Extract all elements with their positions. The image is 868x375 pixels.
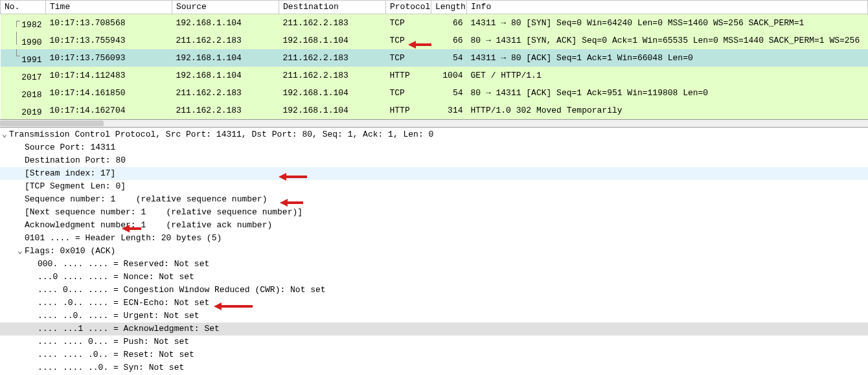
flag-syn-text: .... .... ..0. = Syn: Not set	[38, 361, 184, 374]
cell-time: 10:17:14.112483	[46, 67, 172, 84]
cell-no: 1982	[1, 14, 46, 32]
stream-glyph-icon	[12, 102, 21, 115]
dst-port-text: Destination Port: 80	[25, 154, 126, 167]
flag-nonce-text: ...0 .... .... = Nonce: Not set	[38, 271, 194, 284]
col-time[interactable]: Time	[46, 1, 172, 14]
packet-row[interactable]: 201810:17:14.161850211.162.2.183192.168.…	[1, 84, 868, 102]
cell-dst: 192.168.1.104	[279, 102, 386, 119]
cell-time: 10:17:13.756093	[46, 49, 172, 67]
app-window: No. Time Source Destination Protocol Len…	[0, 0, 868, 375]
pkt-no: 1982	[21, 20, 41, 30]
flag-cwr-text: .... 0... .... = Congestion Window Reduc…	[38, 284, 326, 297]
flags-text: Flags: 0x010 (ACK)	[25, 245, 115, 258]
flag-ecn-row[interactable]: .... .0.. .... = ECN-Echo: Not set	[0, 297, 868, 310]
stream-glyph-icon	[12, 14, 21, 27]
col-source[interactable]: Source	[172, 1, 279, 14]
flag-rst-row[interactable]: .... .... .0.. = Reset: Not set	[0, 348, 868, 361]
seg-len-text: [TCP Segment Len: 0]	[25, 180, 126, 193]
hdr-len-row[interactable]: 0101 .... = Header Length: 20 bytes (5)	[0, 232, 868, 245]
src-port-row[interactable]: Source Port: 14311	[0, 141, 868, 154]
flag-reserved-row[interactable]: 000. .... .... = Reserved: Not set	[0, 258, 868, 271]
cell-no: 1991	[1, 49, 46, 67]
seq-num-row[interactable]: Sequence number: 1 (relative sequence nu…	[0, 193, 868, 206]
stream-glyph-icon	[12, 84, 21, 97]
cell-time: 10:17:14.162704	[46, 102, 172, 119]
flag-ecn-text: .... .0.. .... = ECN-Echo: Not set	[38, 297, 209, 310]
cell-proto: TCP	[386, 84, 431, 102]
cell-len: 66	[431, 32, 467, 49]
packet-row[interactable]: 199110:17:13.756093192.168.1.104211.162.…	[1, 49, 868, 67]
cell-info: HTTP/1.0 302 Moved Temporarily	[467, 102, 868, 119]
cell-len: 66	[431, 14, 467, 32]
cell-src: 192.168.1.104	[172, 67, 279, 84]
flag-nonce-row[interactable]: ...0 .... .... = Nonce: Not set	[0, 271, 868, 284]
col-length[interactable]: Length	[431, 1, 467, 14]
cell-proto: TCP	[386, 49, 431, 67]
packet-row[interactable]: 199010:17:13.755943211.162.2.183192.168.…	[1, 32, 868, 49]
cell-len: 54	[431, 49, 467, 67]
tcp-header-text: Transmission Control Protocol, Src Port:…	[9, 128, 433, 141]
flag-urg-row[interactable]: .... ..0. .... = Urgent: Not set	[0, 310, 868, 323]
stream-glyph-icon	[12, 32, 21, 45]
col-info[interactable]: Info	[467, 1, 868, 14]
cell-no: 2019	[1, 102, 46, 119]
cell-dst: 192.168.1.104	[279, 32, 386, 49]
stream-glyph-icon	[12, 49, 21, 62]
packet-list-table: No. Time Source Destination Protocol Len…	[0, 0, 868, 119]
flag-reserved-text: 000. .... .... = Reserved: Not set	[38, 258, 209, 271]
cell-time: 10:17:13.755943	[46, 32, 172, 49]
flag-ack-text: .... ...1 .... = Acknowledgment: Set	[38, 323, 220, 335]
twisty-open-icon[interactable]: ⌄	[16, 245, 25, 258]
tcp-header-row[interactable]: ⌄ Transmission Control Protocol, Src Por…	[0, 128, 868, 141]
packet-list-body: 198210:17:13.708568192.168.1.104211.162.…	[1, 14, 868, 120]
cell-len: 1004	[431, 67, 467, 84]
flag-cwr-row[interactable]: .... 0... .... = Congestion Window Reduc…	[0, 284, 868, 297]
seg-len-row[interactable]: [TCP Segment Len: 0]	[0, 180, 868, 193]
next-seq-text: [Next sequence number: 1 (relative seque…	[25, 206, 303, 219]
cell-dst: 211.162.2.183	[279, 49, 386, 67]
flag-push-text: .... .... 0... = Push: Not set	[38, 335, 189, 348]
cell-src: 211.162.2.183	[172, 32, 279, 49]
stream-glyph-icon	[12, 67, 21, 80]
col-no[interactable]: No.	[1, 1, 46, 14]
hdr-len-text: 0101 .... = Header Length: 20 bytes (5)	[25, 232, 222, 245]
col-dest[interactable]: Destination	[279, 1, 386, 14]
pkt-no: 2019	[21, 108, 41, 117]
cell-proto: TCP	[386, 32, 431, 49]
packet-row[interactable]: 198210:17:13.708568192.168.1.104211.162.…	[1, 14, 868, 32]
cell-info: 80 → 14311 [SYN, ACK] Seq=0 Ack=1 Win=65…	[467, 32, 868, 49]
pane-splitter[interactable]	[0, 119, 868, 128]
stream-idx-row[interactable]: [Stream index: 17]	[0, 167, 868, 180]
ack-num-text: Acknowledgment number: 1 (relative ack n…	[25, 219, 272, 232]
flag-urg-text: .... ..0. .... = Urgent: Not set	[38, 310, 200, 323]
cell-src: 192.168.1.104	[172, 14, 279, 32]
cell-src: 192.168.1.104	[172, 49, 279, 67]
cell-info: 14311 → 80 [SYN] Seq=0 Win=64240 Len=0 M…	[467, 14, 868, 32]
flag-rst-text: .... .... .0.. = Reset: Not set	[38, 348, 194, 361]
flags-row[interactable]: ⌄ Flags: 0x010 (ACK)	[0, 245, 868, 258]
cell-time: 10:17:14.161850	[46, 84, 172, 102]
cell-proto: TCP	[386, 14, 431, 32]
pkt-no: 2018	[21, 90, 41, 100]
flag-syn-row[interactable]: .... .... ..0. = Syn: Not set	[0, 361, 868, 374]
flag-ack-row[interactable]: .... ...1 .... = Acknowledgment: Set	[0, 323, 868, 335]
cell-src: 211.162.2.183	[172, 84, 279, 102]
cell-len: 54	[431, 84, 467, 102]
cell-info: 80 → 14311 [ACK] Seq=1 Ack=951 Win=11980…	[467, 84, 868, 102]
packet-row[interactable]: 201710:17:14.112483192.168.1.104211.162.…	[1, 67, 868, 84]
pkt-no: 2017	[21, 73, 41, 82]
cell-time: 10:17:13.708568	[46, 14, 172, 32]
pkt-no: 1990	[21, 38, 41, 47]
cell-dst: 192.168.1.104	[279, 84, 386, 102]
packet-row[interactable]: 201910:17:14.162704211.162.2.183192.168.…	[1, 102, 868, 119]
pkt-no: 1991	[21, 55, 41, 65]
flag-push-row[interactable]: .... .... 0... = Push: Not set	[0, 335, 868, 348]
ack-num-row[interactable]: Acknowledgment number: 1 (relative ack n…	[0, 219, 868, 232]
next-seq-row[interactable]: [Next sequence number: 1 (relative seque…	[0, 206, 868, 219]
twisty-open-icon[interactable]: ⌄	[0, 128, 9, 141]
cell-proto: HTTP	[386, 102, 431, 119]
col-proto[interactable]: Protocol	[386, 1, 431, 14]
dst-port-row[interactable]: Destination Port: 80	[0, 154, 868, 167]
h-scroll-thumb[interactable]	[0, 120, 104, 126]
cell-len: 314	[431, 102, 467, 119]
